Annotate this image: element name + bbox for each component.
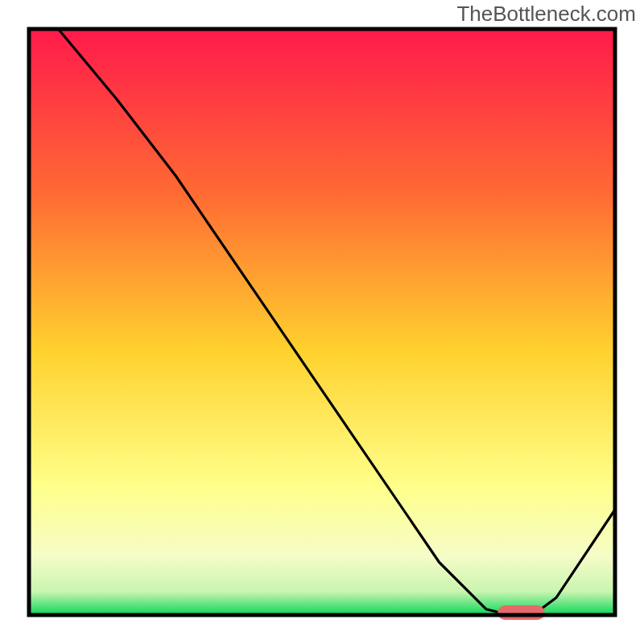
chart-container: TheBottleneck.com — [0, 0, 644, 644]
plot-area — [29, 29, 615, 620]
watermark-label: TheBottleneck.com — [456, 2, 636, 27]
chart-canvas — [0, 0, 644, 644]
optimal-marker — [497, 605, 544, 620]
gradient-background — [29, 29, 615, 615]
